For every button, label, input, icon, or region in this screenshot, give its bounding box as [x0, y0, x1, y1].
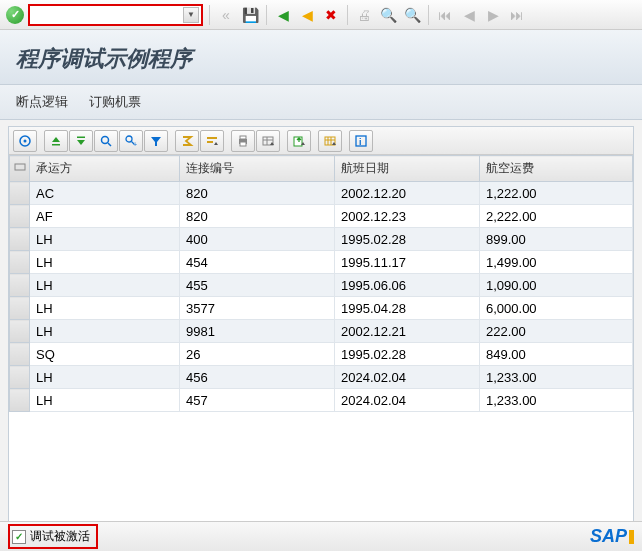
system-toolbar: ✓ ▼ « 💾 ◀ ◀ ✖ 🖨 🔍 🔍 ⏮ ◀ ▶ ⏭ — [0, 0, 642, 30]
cell-fare: 1,233.00 — [480, 389, 633, 412]
export-icon[interactable] — [287, 130, 311, 152]
col-fldate[interactable]: 航班日期 — [335, 156, 480, 182]
table-row[interactable]: SQ261995.02.28849.00 — [10, 343, 633, 366]
row-selector[interactable] — [10, 274, 30, 297]
cell-connid: 455 — [180, 274, 335, 297]
page-title: 程序调试示例程序 — [16, 44, 626, 74]
sort-desc-icon[interactable] — [69, 130, 93, 152]
cell-connid: 26 — [180, 343, 335, 366]
print-icon[interactable]: 🖨 — [354, 5, 374, 25]
status-text: 调试被激活 — [30, 528, 90, 545]
row-selector[interactable] — [10, 205, 30, 228]
header-row: 承运方 连接编号 航班日期 航空运费 — [10, 156, 633, 182]
row-selector[interactable] — [10, 182, 30, 205]
separator — [428, 5, 429, 25]
views-icon[interactable] — [256, 130, 280, 152]
info-icon[interactable]: i — [349, 130, 373, 152]
cell-fare: 2,222.00 — [480, 205, 633, 228]
cell-connid: 400 — [180, 228, 335, 251]
cell-fare: 1,499.00 — [480, 251, 633, 274]
alv-grid: + i 承运方 连接编号 航班日期 航空运费 AC8202002. — [8, 126, 634, 546]
select-all-header[interactable] — [10, 156, 30, 182]
table-row[interactable]: LH4562024.02.041,233.00 — [10, 366, 633, 389]
svg-line-5 — [108, 143, 111, 146]
subtotal-icon[interactable] — [200, 130, 224, 152]
find-icon[interactable]: 🔍 — [378, 5, 398, 25]
dropdown-icon[interactable]: ▼ — [183, 7, 199, 23]
svg-rect-10 — [207, 141, 213, 143]
find-next-icon[interactable]: + — [119, 130, 143, 152]
check-icon: ✓ — [12, 530, 26, 544]
separator — [209, 5, 210, 25]
last-page-icon[interactable]: ⏭ — [507, 5, 527, 25]
command-field[interactable]: ▼ — [28, 4, 203, 26]
svg-rect-2 — [52, 144, 60, 146]
action-bar: 断点逻辑 订购机票 — [0, 85, 642, 120]
row-selector[interactable] — [10, 297, 30, 320]
details-icon[interactable] — [13, 130, 37, 152]
title-area: 程序调试示例程序 — [0, 30, 642, 85]
separator — [347, 5, 348, 25]
col-connid[interactable]: 连接编号 — [180, 156, 335, 182]
svg-text:+: + — [133, 141, 137, 148]
sort-asc-icon[interactable] — [44, 130, 68, 152]
filter-icon[interactable] — [144, 130, 168, 152]
row-selector[interactable] — [10, 320, 30, 343]
separator — [170, 130, 173, 152]
table-row[interactable]: LH99812002.12.21222.00 — [10, 320, 633, 343]
nav-cancel-icon[interactable]: ✖ — [321, 5, 341, 25]
grid-table: 承运方 连接编号 航班日期 航空运费 AC8202002.12.201,222.… — [9, 155, 633, 525]
table-row[interactable]: LH35771995.04.286,000.00 — [10, 297, 633, 320]
table-row[interactable]: AF8202002.12.232,222.00 — [10, 205, 633, 228]
print-icon[interactable] — [231, 130, 255, 152]
breakpoint-logic-link[interactable]: 断点逻辑 — [16, 94, 68, 109]
prev-page-icon[interactable]: ◀ — [459, 5, 479, 25]
cell-fare: 1,233.00 — [480, 366, 633, 389]
cell-fldate: 1995.02.28 — [335, 228, 480, 251]
enter-icon[interactable]: ✓ — [6, 6, 24, 24]
back-icon[interactable]: « — [216, 5, 236, 25]
table-row[interactable]: AC8202002.12.201,222.00 — [10, 182, 633, 205]
cell-fare: 899.00 — [480, 228, 633, 251]
first-page-icon[interactable]: ⏮ — [435, 5, 455, 25]
row-selector[interactable] — [10, 366, 30, 389]
cell-connid: 820 — [180, 205, 335, 228]
row-selector[interactable] — [10, 343, 30, 366]
next-page-icon[interactable]: ▶ — [483, 5, 503, 25]
cell-carrier: SQ — [30, 343, 180, 366]
layout-icon[interactable] — [318, 130, 342, 152]
separator — [313, 130, 316, 152]
save-icon[interactable]: 💾 — [240, 5, 260, 25]
col-fare[interactable]: 航空运费 — [480, 156, 633, 182]
status-bar: ✓ 调试被激活 SAP — [0, 521, 642, 551]
table-row[interactable]: LH4572024.02.041,233.00 — [10, 389, 633, 412]
nav-back-icon[interactable]: ◀ — [273, 5, 293, 25]
col-carrier[interactable]: 承运方 — [30, 156, 180, 182]
row-selector[interactable] — [10, 389, 30, 412]
cell-fare: 6,000.00 — [480, 297, 633, 320]
grid-toolbar: + i — [9, 127, 633, 155]
find-next-icon[interactable]: 🔍 — [402, 5, 422, 25]
row-selector[interactable] — [10, 228, 30, 251]
cell-carrier: LH — [30, 251, 180, 274]
table-row[interactable]: LH4541995.11.171,499.00 — [10, 251, 633, 274]
sum-icon[interactable] — [175, 130, 199, 152]
cell-connid: 820 — [180, 182, 335, 205]
find-icon[interactable] — [94, 130, 118, 152]
separator — [282, 130, 285, 152]
cell-carrier: AC — [30, 182, 180, 205]
cell-fldate: 1995.02.28 — [335, 343, 480, 366]
cell-fldate: 2002.12.23 — [335, 205, 480, 228]
table-row[interactable]: LH4551995.06.061,090.00 — [10, 274, 633, 297]
separator — [266, 5, 267, 25]
svg-text:i: i — [359, 137, 362, 147]
book-flight-link[interactable]: 订购机票 — [89, 94, 141, 109]
cell-fldate: 2024.02.04 — [335, 366, 480, 389]
table-row[interactable]: LH4001995.02.28899.00 — [10, 228, 633, 251]
nav-exit-icon[interactable]: ◀ — [297, 5, 317, 25]
svg-point-6 — [126, 136, 132, 142]
cell-carrier: LH — [30, 274, 180, 297]
cell-carrier: LH — [30, 366, 180, 389]
separator — [344, 130, 347, 152]
row-selector[interactable] — [10, 251, 30, 274]
